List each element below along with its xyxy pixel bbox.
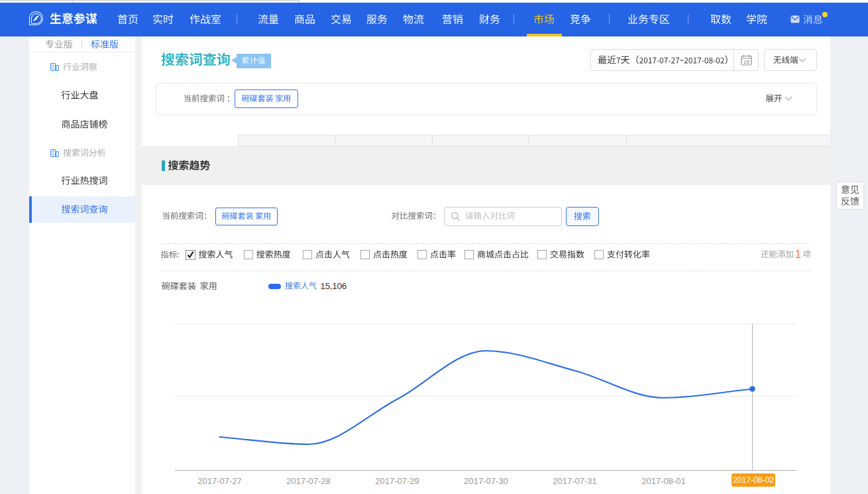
svg-text:15: 15 [743, 59, 749, 65]
